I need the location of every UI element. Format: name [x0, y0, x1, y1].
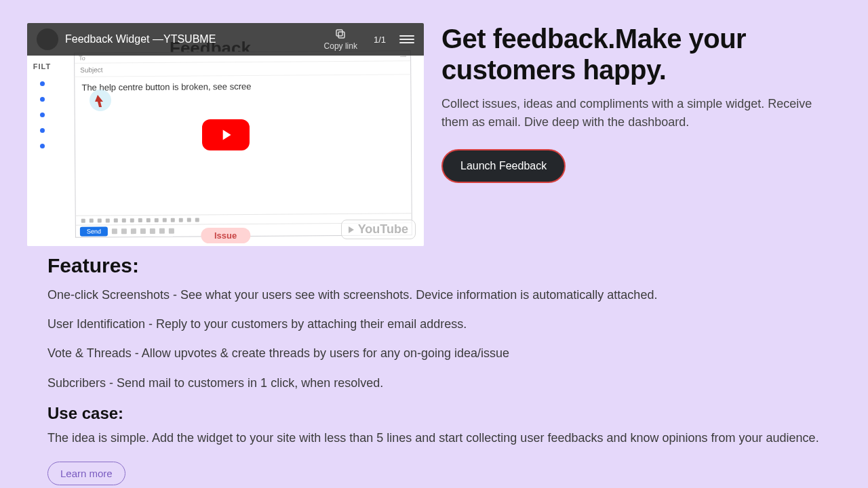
feature-item: Subcribers - Send mail to customers in 1… — [47, 375, 821, 392]
learn-more-button[interactable]: Learn more — [47, 462, 125, 485]
playlist-counter: 1/1 — [374, 35, 386, 45]
filter-dot — [40, 128, 45, 133]
video-title: Feedback Widget —YTSUBME — [65, 33, 317, 45]
video-topbar: Feedback Widget —YTSUBME Copy link 1/1 — [27, 23, 424, 56]
play-triangle-icon — [349, 226, 354, 233]
filter-dot — [40, 81, 45, 86]
playlist-menu-icon[interactable] — [399, 33, 414, 45]
usecase-heading: Use case: — [47, 404, 821, 423]
feature-item: User Identification - Reply to your cust… — [47, 316, 821, 333]
features-heading: Features: — [47, 254, 821, 277]
issue-pill: Issue — [201, 228, 250, 243]
compose-to-label: To — [79, 55, 85, 62]
play-button[interactable] — [202, 119, 250, 150]
play-icon — [217, 126, 235, 144]
copy-icon — [334, 28, 347, 40]
feature-item: Vote & Threads - Allow upvotes & create … — [47, 345, 821, 362]
cursor-hand-icon — [88, 88, 113, 113]
feature-item: One-click Screenshots - See what your us… — [47, 287, 821, 304]
hero-subtext: Collect issues, ideas and compliments wi… — [441, 95, 841, 131]
hero-heading: Get feedback.Make your customers happy. — [441, 23, 841, 85]
svg-rect-2 — [336, 30, 342, 36]
usecase-body: The idea is simple. Add the widget to yo… — [47, 430, 821, 447]
copy-link-button[interactable]: Copy link — [324, 28, 357, 51]
launch-feedback-button[interactable]: Launch Feedback — [441, 149, 566, 183]
svg-rect-1 — [338, 32, 344, 38]
filter-dot — [40, 113, 45, 117]
filter-dot — [40, 97, 45, 102]
youtube-watermark: YouTube — [341, 220, 416, 239]
compose-typed-text: The help centre button is broken, see sc… — [81, 80, 403, 92]
video-embed[interactable]: FILT Feedback To — Subject — [27, 23, 424, 246]
channel-avatar — [37, 28, 58, 50]
compose-send-button: Send — [80, 226, 108, 236]
filter-dot — [40, 144, 45, 148]
